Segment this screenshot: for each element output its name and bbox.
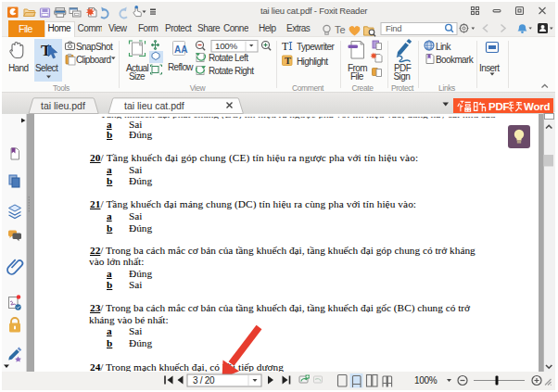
svg-text:PDF: PDF	[488, 101, 510, 112]
svg-text:Word: Word	[524, 101, 551, 112]
svg-text:3 / 20: 3 / 20	[193, 375, 215, 386]
svg-text:100%: 100%	[414, 375, 438, 386]
